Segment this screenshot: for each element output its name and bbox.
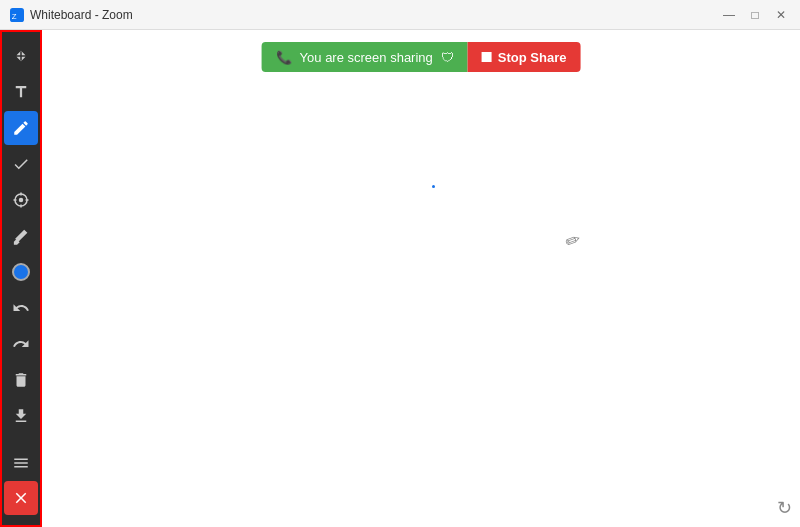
window-title: Whiteboard - Zoom bbox=[30, 8, 133, 22]
redo-icon bbox=[12, 335, 30, 353]
sharing-text: You are screen sharing bbox=[300, 50, 433, 65]
color-dot bbox=[12, 263, 30, 281]
stop-icon bbox=[482, 52, 492, 62]
eraser-icon bbox=[12, 227, 30, 245]
canvas-area[interactable]: 📞 You are screen sharing 🛡 Stop Share ✏ … bbox=[42, 30, 800, 527]
title-bar: Z Whiteboard - Zoom — □ ✕ bbox=[0, 0, 800, 30]
pen-icon bbox=[12, 119, 30, 137]
undo-icon bbox=[12, 299, 30, 317]
shield-icon: 🛡 bbox=[441, 50, 454, 65]
select-tool[interactable] bbox=[4, 147, 38, 181]
move-tool[interactable] bbox=[4, 39, 38, 73]
color-picker-tool[interactable] bbox=[4, 255, 38, 289]
move-icon bbox=[12, 47, 30, 65]
phone-icon: 📞 bbox=[276, 50, 292, 65]
toolbar bbox=[0, 30, 42, 527]
refresh-button[interactable]: ↻ bbox=[777, 497, 792, 519]
save-button[interactable] bbox=[4, 399, 38, 433]
pencil-cursor: ✏ bbox=[562, 228, 584, 254]
sharing-label: 📞 You are screen sharing 🛡 bbox=[262, 42, 468, 72]
undo-button[interactable] bbox=[4, 291, 38, 325]
redo-button[interactable] bbox=[4, 327, 38, 361]
main-container: 📞 You are screen sharing 🛡 Stop Share ✏ … bbox=[0, 30, 800, 527]
eraser-tool[interactable] bbox=[4, 219, 38, 253]
canvas-dot bbox=[432, 185, 435, 188]
close-button[interactable]: ✕ bbox=[772, 6, 790, 24]
check-icon bbox=[12, 155, 30, 173]
target-icon bbox=[12, 191, 30, 209]
pen-tool[interactable] bbox=[4, 111, 38, 145]
minimize-button[interactable]: — bbox=[720, 6, 738, 24]
menu-icon bbox=[12, 454, 30, 472]
svg-point-3 bbox=[19, 198, 24, 203]
close-button[interactable] bbox=[4, 481, 38, 515]
download-icon bbox=[12, 407, 30, 425]
stop-share-button[interactable]: Stop Share bbox=[468, 42, 581, 72]
close-icon bbox=[12, 489, 30, 507]
maximize-button[interactable]: □ bbox=[746, 6, 764, 24]
stamp-tool[interactable] bbox=[4, 183, 38, 217]
trash-icon bbox=[12, 371, 30, 389]
screen-share-banner: 📞 You are screen sharing 🛡 Stop Share bbox=[262, 42, 581, 72]
title-bar-left: Z Whiteboard - Zoom bbox=[10, 8, 133, 22]
svg-text:Z: Z bbox=[12, 11, 17, 20]
text-icon bbox=[12, 83, 30, 101]
zoom-icon: Z bbox=[10, 8, 24, 22]
title-bar-controls: — □ ✕ bbox=[720, 6, 790, 24]
delete-button[interactable] bbox=[4, 363, 38, 397]
text-tool[interactable] bbox=[4, 75, 38, 109]
stop-share-label: Stop Share bbox=[498, 50, 567, 65]
menu-button[interactable] bbox=[4, 446, 38, 480]
